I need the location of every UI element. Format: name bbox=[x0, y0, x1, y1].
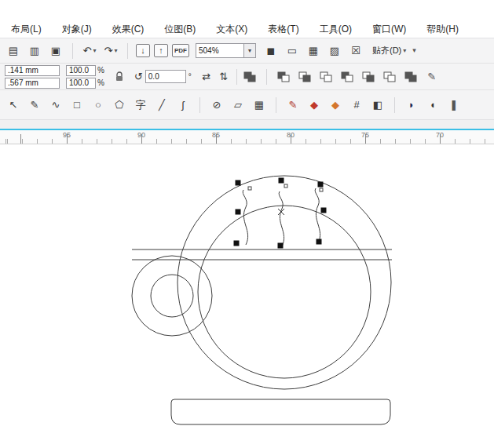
zoom-combobox[interactable]: ▾ bbox=[196, 43, 256, 58]
ruler-label: 70 bbox=[436, 131, 444, 139]
copy-button[interactable]: ▥ bbox=[26, 42, 43, 60]
toolbar-overflow-button[interactable]: ▾ bbox=[412, 47, 416, 54]
import-button[interactable]: ↓ bbox=[136, 44, 150, 57]
attributes-eyedropper-button[interactable]: ✎ bbox=[423, 68, 441, 86]
freehand-tool[interactable]: ∿ bbox=[47, 97, 64, 114]
simplify-button[interactable] bbox=[338, 68, 356, 86]
show-guidelines-button[interactable]: ▨ bbox=[326, 42, 343, 60]
smart-drawing-tool[interactable]: ◗ bbox=[403, 97, 420, 114]
rotation-angle-input[interactable] bbox=[145, 70, 186, 83]
text-tool[interactable]: 字 bbox=[132, 97, 149, 114]
dropper-tool[interactable]: ❚ bbox=[445, 97, 463, 114]
ruler-ticks bbox=[0, 130, 494, 144]
outline-pen-tool[interactable]: ⊘ bbox=[208, 97, 225, 114]
selection-handle[interactable] bbox=[279, 178, 284, 184]
steam-curve-middle[interactable] bbox=[279, 191, 284, 246]
publish-pdf-button[interactable]: PDF bbox=[172, 44, 189, 57]
titlebar-area bbox=[0, 0, 494, 20]
mirror-vertical-button[interactable]: ⇅ bbox=[215, 68, 232, 86]
snap-to-dropdown[interactable]: 贴齐(D) ▾ bbox=[372, 45, 406, 56]
saucer-base[interactable] bbox=[171, 399, 390, 424]
redo-button[interactable]: ↷▾ bbox=[102, 42, 119, 60]
front-minus-back-button[interactable] bbox=[360, 68, 377, 86]
curve-node[interactable] bbox=[320, 188, 323, 191]
toolbar-gap bbox=[0, 119, 494, 129]
separator bbox=[266, 69, 267, 85]
handle-outer-circle[interactable] bbox=[132, 256, 212, 336]
ellipse-tool[interactable]: ○ bbox=[90, 97, 107, 114]
lock-ratio-button[interactable] bbox=[111, 68, 128, 86]
menu-item-window[interactable]: 窗口(W) bbox=[372, 23, 406, 36]
ruler-label: 85 bbox=[212, 131, 220, 139]
rectangle-tool[interactable]: □ bbox=[68, 97, 86, 114]
create-boundary-button[interactable] bbox=[402, 68, 419, 86]
selection-handle[interactable] bbox=[317, 239, 322, 245]
paste-special-button[interactable]: ▤ bbox=[5, 42, 22, 60]
weld-button[interactable] bbox=[275, 68, 292, 86]
menu-item-layout[interactable]: 布局(L) bbox=[11, 23, 42, 36]
mesh-fill-tool[interactable]: # bbox=[348, 97, 365, 114]
mirror-vertical-icon: ⇅ bbox=[219, 71, 228, 82]
welcome-screen-button[interactable]: ☒ bbox=[347, 42, 364, 60]
show-grid-button[interactable]: ▦ bbox=[305, 42, 322, 60]
paste-button[interactable]: ▣ bbox=[47, 42, 64, 60]
scale-y-input[interactable] bbox=[66, 78, 96, 89]
steam-curve-left[interactable] bbox=[243, 190, 247, 245]
selection-handle[interactable] bbox=[278, 243, 284, 249]
zoom-dropdown-caret-icon[interactable]: ▾ bbox=[244, 43, 256, 58]
horizontal-ruler[interactable]: 959085807570 bbox=[0, 129, 494, 144]
interactive-fill-tool[interactable]: ◆ bbox=[327, 97, 344, 114]
ink-tool[interactable]: ◖ bbox=[424, 97, 441, 114]
show-rulers-button[interactable]: ▭ bbox=[284, 42, 301, 60]
menu-item-tools[interactable]: 工具(O) bbox=[320, 23, 352, 36]
brush-tool[interactable]: ✎ bbox=[26, 97, 43, 114]
standard-toolbar-left-group: ▤▥▣↶▾↷▾↓↑PDF bbox=[5, 42, 189, 60]
menu-item-help[interactable]: 帮助(H) bbox=[426, 23, 459, 36]
transparency-tool[interactable]: ▦ bbox=[251, 97, 268, 114]
menu-item-bitmaps[interactable]: 位图(B) bbox=[164, 23, 196, 36]
menu-item-text[interactable]: 文本(X) bbox=[216, 23, 247, 36]
undo-button[interactable]: ↶▾ bbox=[81, 42, 98, 60]
position-y-input[interactable] bbox=[5, 78, 60, 89]
drawing-canvas-svg[interactable] bbox=[0, 144, 494, 448]
menu-item-effects[interactable]: 效果(C) bbox=[112, 23, 145, 36]
polygon-tool[interactable]: ⬠ bbox=[111, 97, 128, 114]
selection-handle[interactable] bbox=[318, 182, 324, 188]
selection-handle[interactable] bbox=[236, 209, 241, 215]
shape-tool[interactable]: ↖ bbox=[5, 97, 22, 114]
scale-x-input[interactable] bbox=[66, 65, 96, 76]
cup-inner-rim[interactable] bbox=[198, 206, 371, 378]
separator bbox=[127, 43, 128, 59]
line-tool[interactable]: ╱ bbox=[153, 97, 170, 114]
selection-handle[interactable] bbox=[234, 241, 240, 246]
mirror-horizontal-button[interactable]: ⇄ bbox=[198, 68, 215, 86]
trim-button[interactable] bbox=[296, 68, 313, 86]
bezier-tool[interactable]: ʃ bbox=[174, 97, 192, 114]
curve-node[interactable] bbox=[248, 187, 251, 190]
smart-fill-tool[interactable]: ◧ bbox=[369, 97, 386, 114]
separator bbox=[276, 97, 276, 113]
ruler-label: 90 bbox=[137, 131, 145, 139]
ruler-label: 80 bbox=[287, 131, 295, 139]
drop-shadow-tool[interactable]: ▱ bbox=[229, 97, 247, 114]
scale-x-percent-label: % bbox=[97, 66, 104, 75]
position-x-input[interactable] bbox=[5, 65, 60, 76]
fill-tool[interactable]: ◆ bbox=[306, 97, 323, 114]
zoom-input[interactable] bbox=[196, 43, 244, 58]
intersect-button[interactable] bbox=[317, 68, 335, 86]
drawing-canvas[interactable] bbox=[0, 144, 494, 448]
combine-button[interactable] bbox=[241, 68, 258, 86]
color-eyedropper-tool[interactable]: ✎ bbox=[284, 97, 302, 114]
selection-handle[interactable] bbox=[321, 208, 327, 213]
menu-item-object[interactable]: 对象(J) bbox=[62, 23, 92, 36]
back-minus-front-button[interactable] bbox=[381, 68, 398, 86]
steam-curve-right[interactable] bbox=[315, 188, 320, 243]
lock-icon bbox=[115, 71, 124, 82]
export-button[interactable]: ↑ bbox=[154, 44, 168, 57]
fullscreen-preview-button[interactable]: ◼ bbox=[262, 42, 280, 60]
handle-inner-circle[interactable] bbox=[151, 275, 193, 317]
curve-node[interactable] bbox=[284, 184, 287, 188]
menu-item-table[interactable]: 表格(T) bbox=[268, 23, 298, 36]
selection-handle[interactable] bbox=[236, 180, 241, 186]
standard-toolbar: ▤▥▣↶▾↷▾↓↑PDF ▾ ◼▭▦▨☒ 贴齐(D) ▾ ▾ bbox=[0, 38, 494, 63]
